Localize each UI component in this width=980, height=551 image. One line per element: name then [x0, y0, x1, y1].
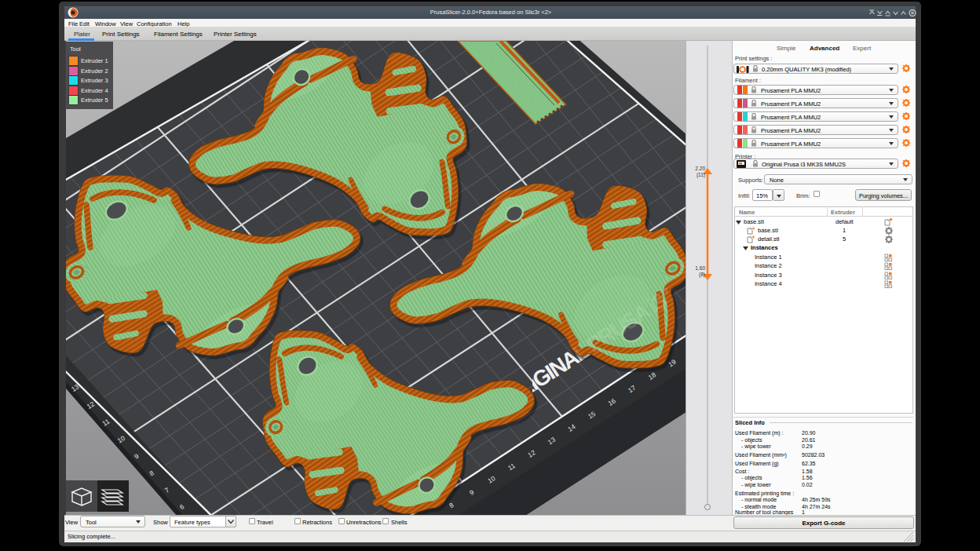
- svg-text:1.60: 1.60: [695, 265, 705, 271]
- svg-text:2.20: 2.20: [695, 166, 705, 171]
- svg-text:(11): (11): [697, 172, 705, 178]
- svg-text:(8): (8): [699, 272, 705, 278]
